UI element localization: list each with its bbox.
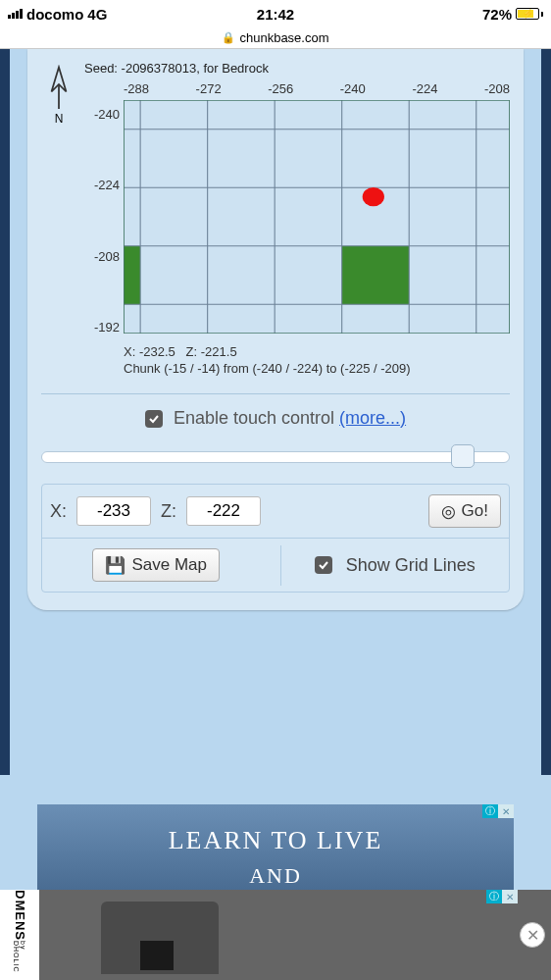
url-host: chunkbase.com [239, 30, 328, 45]
y-tick: -240 [84, 107, 120, 122]
adchoices-badge[interactable]: ⓘ✕ [482, 804, 514, 818]
x-tick: -256 [268, 81, 293, 96]
slime-chunk [342, 246, 410, 305]
touch-checkbox[interactable] [145, 410, 163, 428]
ad-banner-2[interactable]: DMENSby DHOLIC ⓘ✕ ✕ [0, 890, 551, 980]
zoom-slider[interactable] [41, 444, 510, 470]
ad1-line1: LEARN TO LIVE [37, 826, 514, 855]
status-right: 72% ⚡ [482, 6, 543, 23]
page-body: N Seed: -2096378013, for Bedrock -240 -2… [0, 49, 551, 980]
clock: 21:42 [257, 6, 294, 23]
target-icon: ◎ [441, 501, 456, 522]
check-icon [318, 559, 329, 571]
y-tick: -192 [84, 320, 120, 335]
network-label: 4G [87, 6, 107, 23]
touch-more-link[interactable]: (more...) [339, 408, 406, 428]
battery-pct: 72% [482, 6, 512, 23]
product-image-icon [101, 902, 219, 974]
z-label: Z: [161, 501, 176, 522]
compass-n-label: N [55, 112, 64, 126]
save-map-label: Save Map [131, 555, 207, 575]
battery-icon: ⚡ [516, 8, 543, 20]
go-button[interactable]: ◎ Go! [428, 494, 501, 528]
save-icon: 💾 [105, 555, 125, 576]
touch-control-row: Enable touch control (more...) [41, 408, 510, 429]
y-tick: -208 [84, 249, 120, 264]
show-grid-label: Show Grid Lines [346, 555, 476, 576]
slider-track [41, 451, 510, 463]
status-left: docomo 4G [8, 6, 107, 23]
status-bar: docomo 4G 21:42 72% ⚡ [0, 0, 551, 27]
y-axis-labels: -240 -224 -208 -192 [84, 101, 124, 335]
ad2-brand: DMENSby DHOLIC [0, 890, 39, 980]
carrier-label: docomo [26, 6, 83, 23]
ad-dismiss-button[interactable]: ✕ [520, 922, 545, 948]
y-tick: -224 [84, 178, 120, 192]
go-label: Go! [462, 501, 488, 521]
map-grid[interactable] [124, 100, 510, 334]
x-axis-labels: -288 -272 -256 -240 -224 -208 [124, 81, 510, 100]
x-tick: -224 [412, 81, 437, 96]
signal-bars-icon [8, 9, 23, 19]
ad-close-icon[interactable]: ✕ [498, 804, 514, 818]
compass-arrow-icon [46, 65, 72, 114]
slider-thumb[interactable] [451, 444, 475, 468]
check-icon [148, 413, 160, 425]
x-input[interactable] [76, 496, 151, 526]
save-map-button[interactable]: 💾 Save Map [92, 548, 220, 582]
lock-icon: 🔒 [222, 31, 235, 44]
cursor-x: X: -232.5 [124, 344, 175, 359]
z-input[interactable] [186, 496, 261, 526]
adchoices-icon: ⓘ [486, 890, 502, 903]
browser-url-bar[interactable]: 🔒 chunkbase.com [0, 27, 551, 49]
page-border-left [0, 49, 10, 775]
slime-chunk [124, 246, 140, 305]
cursor-z: Z: -221.5 [186, 344, 237, 359]
page-border-right [541, 49, 551, 775]
x-tick: -288 [124, 81, 149, 96]
x-tick: -208 [484, 81, 510, 96]
grid-checkbox[interactable] [315, 556, 332, 574]
x-tick: -272 [196, 81, 222, 96]
grid-lines [124, 100, 510, 334]
compass: N [41, 61, 76, 376]
ad1-line2: AND [37, 863, 514, 889]
finder-card: N Seed: -2096378013, for Bedrock -240 -2… [27, 49, 524, 610]
map-border [124, 100, 510, 334]
player-marker-icon [363, 187, 384, 206]
controls-panel: X: Z: ◎ Go! 💾 Save Map [41, 484, 510, 593]
ad2-products [39, 890, 551, 980]
adchoices-badge[interactable]: ⓘ✕ [486, 890, 518, 903]
ad-close-icon[interactable]: ✕ [502, 890, 518, 903]
x-label: X: [50, 501, 67, 522]
adchoices-icon: ⓘ [482, 804, 498, 818]
divider [41, 393, 510, 394]
chunk-line: Chunk (-15 / -14) from (-240 / -224) to … [124, 361, 510, 376]
touch-label: Enable touch control [174, 408, 334, 428]
seed-line: Seed: -2096378013, for Bedrock [84, 61, 510, 76]
x-tick: -240 [340, 81, 366, 96]
